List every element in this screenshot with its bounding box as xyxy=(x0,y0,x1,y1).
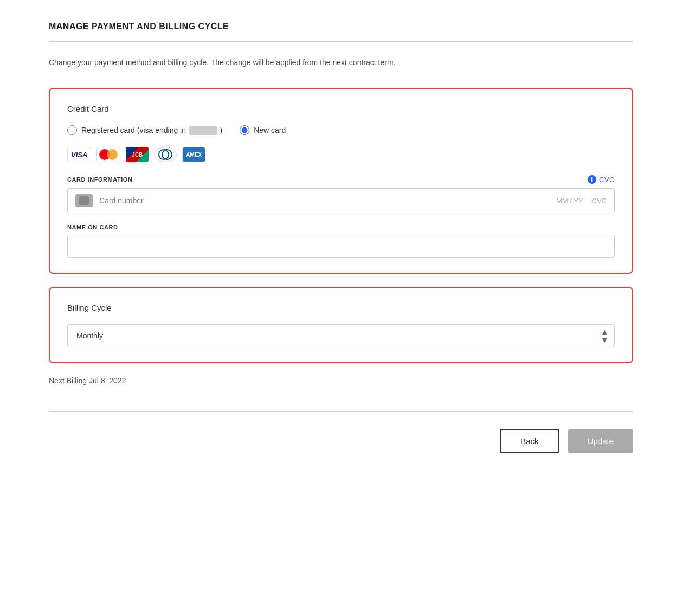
billing-select-wrapper: Monthly Annually ▲ ▼ xyxy=(67,324,615,347)
billing-cycle-section: Billing Cycle Monthly Annually ▲ ▼ xyxy=(49,287,633,363)
action-buttons: Back Update xyxy=(49,429,633,453)
amex-icon: AMEX xyxy=(182,147,205,162)
billing-cycle-select[interactable]: Monthly Annually xyxy=(67,324,615,347)
back-button[interactable]: Back xyxy=(500,429,559,453)
card-radio-group: Registered card (visa ending in XXXX ) N… xyxy=(67,125,615,135)
update-button[interactable]: Update xyxy=(568,429,633,453)
card-cvc-placeholder: CVC xyxy=(592,197,607,205)
card-date-cvc: MM / YY CVC xyxy=(556,197,607,205)
credit-card-label: Credit Card xyxy=(67,104,615,113)
billing-cycle-label: Billing Cycle xyxy=(67,303,615,312)
card-icons-row: VISA JCB AMEX xyxy=(67,147,615,162)
card-date-placeholder: MM / YY xyxy=(556,197,583,205)
name-on-card-input[interactable] xyxy=(67,235,615,258)
card-number-row: MM / YY CVC xyxy=(67,188,615,213)
visa-icon: VISA xyxy=(67,147,91,162)
new-card-option[interactable]: New card xyxy=(240,125,286,135)
new-card-radio[interactable] xyxy=(240,125,249,135)
mastercard-icon xyxy=(96,147,120,162)
registered-card-label: Registered card (visa ending in XXXX ) xyxy=(81,126,222,135)
page-description: Change your payment method and billing c… xyxy=(49,57,633,68)
name-on-card-label: NAME ON CARD xyxy=(67,224,615,230)
diners-icon xyxy=(154,147,177,162)
card-number-input[interactable] xyxy=(99,196,556,205)
registered-card-radio[interactable] xyxy=(67,125,77,135)
title-divider xyxy=(49,41,633,42)
registered-card-option[interactable]: Registered card (visa ending in XXXX ) xyxy=(67,125,222,135)
card-chip-icon xyxy=(75,194,93,207)
page-title: MANAGE PAYMENT AND BILLING CYCLE xyxy=(49,22,633,31)
next-billing-text: Next Billing Jul 8, 2022 xyxy=(49,376,633,385)
info-icon: i xyxy=(588,175,596,184)
bottom-divider xyxy=(49,411,633,412)
cvc-info-button[interactable]: i CVC xyxy=(588,175,615,184)
jcb-icon: JCB xyxy=(126,147,149,162)
masked-card-number: XXXX xyxy=(189,126,217,135)
card-info-label-row: CARD INFORMATION i CVC xyxy=(67,175,615,184)
new-card-label: New card xyxy=(254,126,286,134)
credit-card-section: Credit Card Registered card (visa ending… xyxy=(49,88,633,274)
